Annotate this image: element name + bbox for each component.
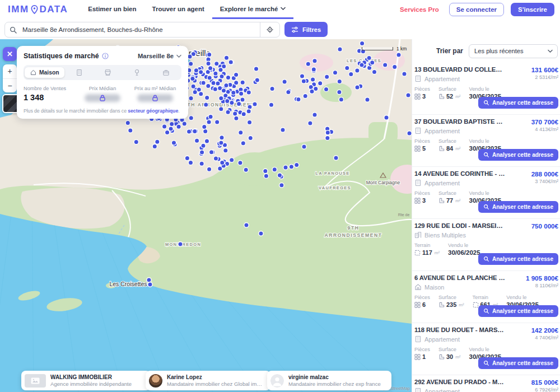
analyze-address-button[interactable]: Analyser cette adresse bbox=[478, 201, 558, 213]
close-panel-button[interactable]: ✕ bbox=[3, 47, 17, 61]
property-marker[interactable] bbox=[263, 169, 268, 173]
property-marker[interactable] bbox=[325, 74, 329, 79]
property-marker[interactable] bbox=[244, 223, 249, 227]
property-marker[interactable] bbox=[337, 90, 342, 94]
nav-explorer-le-marche[interactable]: Explorer le marché bbox=[212, 0, 294, 19]
listing-card[interactable]: 13 BOULEVARD DU COLLET - MARSEILLE Appar… bbox=[412, 63, 560, 115]
info-icon[interactable] bbox=[102, 53, 109, 59]
property-marker[interactable] bbox=[185, 156, 189, 160]
property-marker[interactable] bbox=[238, 161, 242, 165]
property-marker[interactable] bbox=[228, 60, 233, 64]
property-marker[interactable] bbox=[207, 76, 212, 80]
property-marker[interactable] bbox=[207, 52, 212, 57]
nav-estimer-un-bien[interactable]: Estimer un bien bbox=[80, 0, 144, 19]
property-marker[interactable] bbox=[231, 90, 236, 95]
tab-terrain[interactable] bbox=[123, 69, 152, 76]
property-marker[interactable] bbox=[302, 144, 306, 149]
property-marker[interactable] bbox=[165, 130, 169, 134]
property-marker[interactable] bbox=[193, 90, 197, 94]
property-marker[interactable] bbox=[384, 115, 389, 120]
tab-appartement[interactable] bbox=[64, 69, 94, 76]
property-marker[interactable] bbox=[234, 81, 239, 85]
property-marker[interactable] bbox=[309, 85, 313, 89]
filters-button[interactable]: Filtres bbox=[284, 22, 328, 37]
analyze-address-button[interactable]: Analyser cette adresse bbox=[478, 253, 558, 265]
property-marker[interactable] bbox=[205, 95, 209, 100]
locked-value[interactable] bbox=[129, 94, 181, 103]
property-marker[interactable] bbox=[303, 94, 307, 98]
property-marker[interactable] bbox=[208, 66, 212, 71]
property-marker[interactable] bbox=[221, 88, 226, 93]
nav-trouver-un-agent[interactable]: Trouver un agent bbox=[144, 0, 212, 19]
property-marker[interactable] bbox=[241, 141, 245, 146]
property-marker[interactable] bbox=[201, 143, 206, 148]
locked-value[interactable] bbox=[76, 94, 129, 103]
property-marker[interactable] bbox=[325, 136, 330, 140]
region-selector[interactable]: Marseille 8e bbox=[138, 53, 181, 59]
listing-card[interactable]: 129 RUE DE LODI - MARSEILLE Biens Multip… bbox=[412, 219, 560, 271]
property-marker[interactable] bbox=[355, 68, 360, 73]
property-marker[interactable] bbox=[339, 97, 343, 102]
listing-card[interactable]: 6 AVENUE DE LA PLANCHE - MARSEILLE Maiso… bbox=[412, 271, 560, 323]
property-marker[interactable] bbox=[407, 131, 412, 136]
property-marker[interactable] bbox=[324, 87, 328, 91]
property-marker[interactable] bbox=[199, 150, 204, 155]
property-marker[interactable] bbox=[246, 109, 251, 114]
property-marker[interactable] bbox=[206, 61, 211, 66]
property-marker[interactable] bbox=[204, 139, 209, 143]
property-marker[interactable] bbox=[207, 120, 211, 124]
property-marker[interactable] bbox=[244, 167, 248, 172]
property-marker[interactable] bbox=[365, 97, 370, 102]
property-marker[interactable] bbox=[286, 90, 291, 94]
property-marker[interactable] bbox=[224, 55, 228, 60]
property-marker[interactable] bbox=[360, 63, 364, 67]
property-marker[interactable] bbox=[147, 278, 151, 282]
agent-card[interactable]: WALKING IMMOBILIER Agence immobilière in… bbox=[21, 371, 151, 390]
property-marker[interactable] bbox=[199, 70, 203, 74]
property-marker[interactable] bbox=[191, 84, 195, 88]
property-marker[interactable] bbox=[308, 121, 312, 125]
property-marker[interactable] bbox=[248, 136, 253, 140]
property-marker[interactable] bbox=[279, 183, 284, 188]
property-marker[interactable] bbox=[194, 138, 199, 143]
property-marker[interactable] bbox=[226, 110, 230, 114]
property-marker[interactable] bbox=[226, 75, 230, 80]
property-marker[interactable] bbox=[333, 71, 337, 75]
property-marker[interactable] bbox=[213, 87, 217, 91]
property-marker[interactable] bbox=[134, 139, 138, 144]
property-marker[interactable] bbox=[372, 69, 376, 74]
property-marker[interactable] bbox=[189, 62, 193, 66]
property-marker[interactable] bbox=[169, 127, 173, 131]
zoom-in-button[interactable]: + bbox=[3, 64, 17, 79]
property-marker[interactable] bbox=[233, 111, 237, 116]
tab-commerce[interactable] bbox=[94, 69, 123, 76]
property-marker[interactable] bbox=[406, 93, 410, 97]
property-marker[interactable] bbox=[209, 150, 213, 155]
property-marker[interactable] bbox=[283, 165, 288, 170]
property-marker[interactable] bbox=[264, 174, 268, 178]
property-marker[interactable] bbox=[199, 161, 204, 166]
property-marker[interactable] bbox=[296, 97, 301, 101]
property-marker[interactable] bbox=[188, 160, 193, 165]
property-marker[interactable] bbox=[301, 79, 306, 83]
property-marker[interactable] bbox=[206, 83, 211, 88]
property-marker[interactable] bbox=[194, 68, 198, 73]
property-marker[interactable] bbox=[201, 81, 206, 85]
property-marker[interactable] bbox=[202, 124, 207, 129]
property-marker[interactable] bbox=[219, 107, 223, 111]
property-marker[interactable] bbox=[269, 102, 273, 107]
property-marker[interactable] bbox=[189, 116, 193, 120]
property-marker[interactable] bbox=[318, 81, 323, 86]
listing-card[interactable]: 292 AVENUE DU PRADO - MARSEILLE Appartem… bbox=[412, 375, 560, 392]
property-marker[interactable] bbox=[207, 167, 211, 171]
property-marker[interactable] bbox=[208, 114, 213, 119]
property-marker[interactable] bbox=[311, 67, 316, 72]
property-marker[interactable] bbox=[338, 47, 342, 52]
property-marker[interactable] bbox=[213, 156, 218, 161]
property-marker[interactable] bbox=[234, 116, 239, 120]
property-marker[interactable] bbox=[219, 141, 223, 145]
property-marker[interactable] bbox=[300, 74, 304, 78]
search-input[interactable] bbox=[21, 26, 260, 34]
property-marker[interactable] bbox=[155, 139, 160, 144]
property-marker[interactable] bbox=[255, 78, 259, 82]
